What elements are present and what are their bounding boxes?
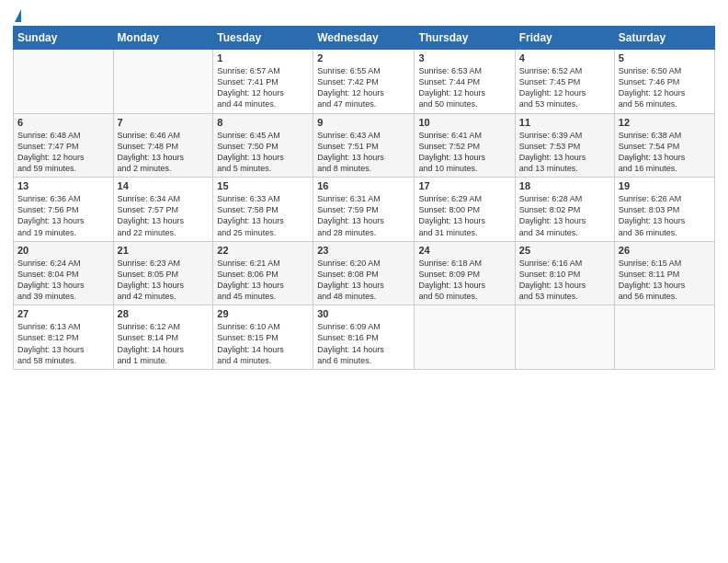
day-info: Sunrise: 6:09 AM Sunset: 8:16 PM Dayligh… (317, 321, 410, 366)
calendar-cell: 18Sunrise: 6:28 AM Sunset: 8:02 PM Dayli… (515, 178, 614, 242)
day-number: 1 (217, 52, 309, 63)
day-number: 25 (519, 245, 610, 256)
day-number: 19 (619, 180, 711, 191)
day-info: Sunrise: 6:45 AM Sunset: 7:50 PM Dayligh… (217, 130, 309, 175)
day-number: 17 (418, 180, 510, 191)
calendar-cell (113, 50, 213, 114)
day-info: Sunrise: 6:13 AM Sunset: 8:12 PM Dayligh… (17, 321, 109, 366)
weekday-header-friday: Friday (515, 27, 614, 50)
day-number: 6 (17, 117, 109, 128)
day-number: 16 (317, 180, 410, 191)
calendar-cell: 13Sunrise: 6:36 AM Sunset: 7:56 PM Dayli… (14, 178, 114, 242)
calendar-cell: 9Sunrise: 6:43 AM Sunset: 7:51 PM Daylig… (313, 113, 415, 178)
day-number: 11 (519, 117, 610, 128)
day-number: 14 (118, 180, 210, 191)
weekday-header-tuesday: Tuesday (213, 27, 313, 50)
day-info: Sunrise: 6:24 AM Sunset: 8:04 PM Dayligh… (17, 258, 109, 303)
day-info: Sunrise: 6:33 AM Sunset: 7:58 PM Dayligh… (217, 193, 309, 238)
calendar-cell (614, 305, 714, 370)
calendar-cell: 20Sunrise: 6:24 AM Sunset: 8:04 PM Dayli… (14, 241, 114, 305)
day-info: Sunrise: 6:34 AM Sunset: 7:57 PM Dayligh… (118, 193, 210, 238)
day-info: Sunrise: 6:26 AM Sunset: 8:03 PM Dayligh… (619, 193, 711, 238)
calendar-cell: 4Sunrise: 6:52 AM Sunset: 7:45 PM Daylig… (515, 50, 614, 114)
calendar-cell: 27Sunrise: 6:13 AM Sunset: 8:12 PM Dayli… (14, 305, 114, 370)
day-number: 20 (17, 245, 109, 256)
calendar-cell: 22Sunrise: 6:21 AM Sunset: 8:06 PM Dayli… (213, 241, 313, 305)
calendar-cell: 6Sunrise: 6:48 AM Sunset: 7:47 PM Daylig… (14, 113, 114, 178)
day-number: 26 (619, 245, 711, 256)
calendar-cell: 3Sunrise: 6:53 AM Sunset: 7:44 PM Daylig… (415, 50, 515, 114)
day-number: 15 (217, 180, 309, 191)
day-number: 22 (217, 245, 309, 256)
day-info: Sunrise: 6:53 AM Sunset: 7:44 PM Dayligh… (418, 65, 510, 110)
calendar-cell: 5Sunrise: 6:50 AM Sunset: 7:46 PM Daylig… (614, 50, 714, 114)
day-number: 28 (118, 308, 210, 319)
day-number: 3 (418, 52, 510, 63)
day-number: 9 (317, 117, 410, 128)
day-number: 30 (317, 308, 410, 319)
day-info: Sunrise: 6:15 AM Sunset: 8:11 PM Dayligh… (619, 258, 711, 303)
calendar-cell: 12Sunrise: 6:38 AM Sunset: 7:54 PM Dayli… (614, 113, 714, 178)
calendar-cell: 7Sunrise: 6:46 AM Sunset: 7:48 PM Daylig… (113, 113, 213, 178)
day-info: Sunrise: 6:20 AM Sunset: 8:08 PM Dayligh… (317, 258, 410, 303)
day-info: Sunrise: 6:38 AM Sunset: 7:54 PM Dayligh… (619, 130, 711, 175)
day-info: Sunrise: 6:28 AM Sunset: 8:02 PM Dayligh… (519, 193, 610, 238)
day-number: 23 (317, 245, 410, 256)
day-info: Sunrise: 6:43 AM Sunset: 7:51 PM Dayligh… (317, 130, 410, 175)
day-info: Sunrise: 6:41 AM Sunset: 7:52 PM Dayligh… (418, 130, 510, 175)
day-number: 4 (519, 52, 610, 63)
day-info: Sunrise: 6:55 AM Sunset: 7:42 PM Dayligh… (317, 65, 410, 110)
calendar-cell: 10Sunrise: 6:41 AM Sunset: 7:52 PM Dayli… (415, 113, 515, 178)
calendar-cell: 24Sunrise: 6:18 AM Sunset: 8:09 PM Dayli… (415, 241, 515, 305)
calendar-cell: 8Sunrise: 6:45 AM Sunset: 7:50 PM Daylig… (213, 113, 313, 178)
calendar-week-row: 27Sunrise: 6:13 AM Sunset: 8:12 PM Dayli… (14, 305, 715, 370)
day-info: Sunrise: 6:48 AM Sunset: 7:47 PM Dayligh… (17, 130, 109, 175)
calendar-cell: 16Sunrise: 6:31 AM Sunset: 7:59 PM Dayli… (313, 178, 415, 242)
calendar-cell: 15Sunrise: 6:33 AM Sunset: 7:58 PM Dayli… (213, 178, 313, 242)
day-info: Sunrise: 6:31 AM Sunset: 7:59 PM Dayligh… (317, 193, 410, 238)
day-info: Sunrise: 6:39 AM Sunset: 7:53 PM Dayligh… (519, 130, 610, 175)
calendar-cell (415, 305, 515, 370)
calendar-week-row: 20Sunrise: 6:24 AM Sunset: 8:04 PM Dayli… (14, 241, 715, 305)
calendar-cell: 29Sunrise: 6:10 AM Sunset: 8:15 PM Dayli… (213, 305, 313, 370)
day-info: Sunrise: 6:18 AM Sunset: 8:09 PM Dayligh… (418, 258, 510, 303)
header (13, 9, 715, 20)
weekday-header-row: SundayMondayTuesdayWednesdayThursdayFrid… (14, 27, 715, 50)
weekday-header-wednesday: Wednesday (313, 27, 415, 50)
day-info: Sunrise: 6:46 AM Sunset: 7:48 PM Dayligh… (118, 130, 210, 175)
day-number: 5 (619, 52, 711, 63)
day-info: Sunrise: 6:50 AM Sunset: 7:46 PM Dayligh… (619, 65, 711, 110)
day-info: Sunrise: 6:52 AM Sunset: 7:45 PM Dayligh… (519, 65, 610, 110)
calendar-week-row: 1Sunrise: 6:57 AM Sunset: 7:41 PM Daylig… (14, 50, 715, 114)
day-number: 8 (217, 117, 309, 128)
day-info: Sunrise: 6:21 AM Sunset: 8:06 PM Dayligh… (217, 258, 309, 303)
calendar-cell: 30Sunrise: 6:09 AM Sunset: 8:16 PM Dayli… (313, 305, 415, 370)
day-info: Sunrise: 6:10 AM Sunset: 8:15 PM Dayligh… (217, 321, 309, 366)
day-number: 10 (418, 117, 510, 128)
day-info: Sunrise: 6:29 AM Sunset: 8:00 PM Dayligh… (418, 193, 510, 238)
calendar-cell (515, 305, 614, 370)
weekday-header-thursday: Thursday (415, 27, 515, 50)
calendar-cell: 14Sunrise: 6:34 AM Sunset: 7:57 PM Dayli… (113, 178, 213, 242)
calendar-cell: 28Sunrise: 6:12 AM Sunset: 8:14 PM Dayli… (113, 305, 213, 370)
day-info: Sunrise: 6:23 AM Sunset: 8:05 PM Dayligh… (118, 258, 210, 303)
day-number: 27 (17, 308, 109, 319)
calendar-cell: 19Sunrise: 6:26 AM Sunset: 8:03 PM Dayli… (614, 178, 714, 242)
day-info: Sunrise: 6:16 AM Sunset: 8:10 PM Dayligh… (519, 258, 610, 303)
calendar-cell: 25Sunrise: 6:16 AM Sunset: 8:10 PM Dayli… (515, 241, 614, 305)
calendar-cell: 21Sunrise: 6:23 AM Sunset: 8:05 PM Dayli… (113, 241, 213, 305)
calendar-cell: 11Sunrise: 6:39 AM Sunset: 7:53 PM Dayli… (515, 113, 614, 178)
day-number: 29 (217, 308, 309, 319)
weekday-header-monday: Monday (113, 27, 213, 50)
day-number: 2 (317, 52, 410, 63)
day-number: 18 (519, 180, 610, 191)
calendar-cell: 1Sunrise: 6:57 AM Sunset: 7:41 PM Daylig… (213, 50, 313, 114)
calendar-cell: 2Sunrise: 6:55 AM Sunset: 7:42 PM Daylig… (313, 50, 415, 114)
calendar-cell: 17Sunrise: 6:29 AM Sunset: 8:00 PM Dayli… (415, 178, 515, 242)
day-info: Sunrise: 6:12 AM Sunset: 8:14 PM Dayligh… (118, 321, 210, 366)
calendar-week-row: 6Sunrise: 6:48 AM Sunset: 7:47 PM Daylig… (14, 113, 715, 178)
day-number: 24 (418, 245, 510, 256)
calendar-cell: 26Sunrise: 6:15 AM Sunset: 8:11 PM Dayli… (614, 241, 714, 305)
day-number: 13 (17, 180, 109, 191)
calendar-week-row: 13Sunrise: 6:36 AM Sunset: 7:56 PM Dayli… (14, 178, 715, 242)
